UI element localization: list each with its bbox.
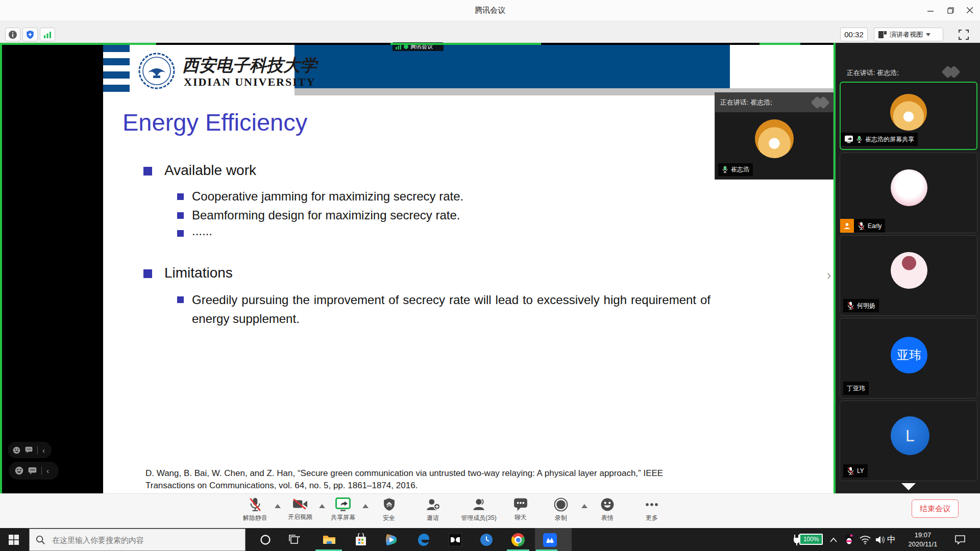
avatar: L (891, 416, 929, 455)
share-screen-button[interactable]: 共享屏幕 (318, 497, 368, 522)
meeting-security-shield-button[interactable] (22, 28, 38, 41)
participant-name: 何明扬 (857, 302, 875, 310)
wifi-tray-icon[interactable] (857, 532, 873, 547)
taskbar-search[interactable] (29, 529, 246, 551)
security-button[interactable]: 安全 (364, 497, 413, 522)
active-speaker-overlay[interactable]: 正在讲话: 崔志浩; 崔志浩 (715, 92, 834, 180)
close-button[interactable] (962, 4, 978, 16)
share-border-top (390, 43, 541, 45)
cortana-icon (260, 534, 271, 545)
file-explorer-button[interactable] (322, 532, 337, 547)
store-button[interactable] (353, 532, 369, 547)
minimize-button[interactable] (922, 4, 939, 16)
invite-button[interactable]: 邀请 (408, 497, 457, 522)
ime-indicator[interactable]: 中 (887, 534, 896, 545)
reaction-mini-toolbar[interactable]: ‹ (8, 442, 52, 458)
slide-heading-limitations: Limitations (164, 265, 233, 281)
overlay-header[interactable]: 正在讲话: 崔志浩; (715, 93, 833, 112)
restore-icon (947, 7, 954, 14)
sidebar-collapse-button[interactable]: › (823, 266, 835, 284)
participant-tile[interactable]: 亚玮 丁亚玮 (840, 318, 977, 398)
tencent-video-icon (384, 533, 399, 546)
battery-indicator[interactable]: 100% (799, 534, 823, 545)
minimize-icon (927, 7, 934, 13)
battery-percent: 100% (803, 536, 819, 543)
fullscreen-icon (958, 29, 970, 41)
participant-name-badge: LY (843, 464, 868, 478)
start-button[interactable] (6, 532, 21, 547)
chat-bubble-icon (513, 497, 528, 511)
task-view-button[interactable] (287, 532, 302, 547)
alarms-clock-button[interactable] (479, 532, 494, 547)
scroll-participants-down-button[interactable] (901, 483, 916, 490)
view-mode-button[interactable]: 演讲者视图 (874, 28, 943, 41)
chevron-down-icon (926, 33, 930, 36)
screen-share-icon (335, 497, 351, 511)
edge-button[interactable] (416, 532, 431, 547)
participant-tile[interactable]: L LY (840, 400, 977, 481)
emoji-icon (13, 446, 20, 454)
meeting-timer: 00:32 (840, 28, 868, 41)
dolby-access-button[interactable] (448, 532, 463, 547)
unmute-button[interactable]: 解除静音 (231, 497, 280, 522)
meeting-info-button[interactable] (5, 28, 20, 41)
fullscreen-button[interactable] (958, 29, 970, 41)
signal-bars-icon (43, 31, 52, 39)
avatar (755, 119, 794, 158)
chrome-button[interactable] (510, 532, 526, 547)
slide-reference: D. Wang, B. Bai, W. Chen, and Z. Han, “S… (145, 467, 708, 492)
tencent-video-button[interactable] (384, 532, 399, 547)
more-dots-icon (644, 497, 659, 512)
participant-tile[interactable]: 何明扬 (840, 235, 977, 316)
avatar (891, 252, 927, 289)
cortana-button[interactable] (258, 532, 273, 547)
end-meeting-button[interactable]: 结束会议 (912, 499, 959, 518)
slide-item: Greedily pursuing the improvement of sec… (192, 290, 710, 328)
slide-item: Cooperative jamming for maximizing secre… (192, 189, 463, 204)
action-center-button[interactable] (952, 532, 968, 547)
overlay-name-badge: 崔志浩 (718, 163, 753, 176)
slide-banner (295, 45, 730, 88)
bullet-square (143, 269, 152, 278)
mic-muted-icon (857, 222, 865, 230)
reaction-mini-toolbar[interactable]: ‹ (9, 462, 59, 480)
start-video-button[interactable]: 开启视频 (276, 497, 325, 521)
bullet-square (143, 167, 152, 176)
record-button[interactable]: 录制 (536, 497, 585, 522)
participant-name: LY (857, 467, 864, 474)
task-view-icon (289, 535, 300, 545)
participant-name-badge: 何明扬 (843, 299, 879, 312)
tray-expand-button[interactable] (826, 532, 841, 547)
emoji-button[interactable]: 表情 (583, 497, 632, 522)
shield-plus-icon (26, 30, 35, 39)
qq-tray-icon[interactable] (841, 532, 856, 547)
participant-tile[interactable]: Early (840, 153, 977, 233)
taskbar-clock[interactable]: 19:07 2020/11/1 (905, 531, 941, 549)
participant-name-badge: Early (854, 219, 885, 233)
chrome-icon (511, 533, 525, 546)
collapse-left-icon: ‹ (42, 446, 45, 455)
mic-muted-icon (847, 467, 854, 475)
invite-person-icon (426, 497, 440, 512)
bullet-square (177, 296, 184, 303)
restore-button[interactable] (942, 4, 959, 16)
speaker-view-icon (878, 31, 887, 38)
participant-tile-screenshare[interactable]: 崔志浩的屏幕共享 (840, 82, 977, 150)
bullet-square (177, 230, 184, 237)
share-border-top (760, 43, 800, 45)
university-name-cn: 西安电子科技大学 (182, 54, 335, 77)
avatar: 亚玮 (891, 337, 927, 373)
more-button[interactable]: 更多 (627, 497, 676, 522)
slide-title: Energy Efficiency (122, 108, 307, 136)
tencent-meeting-button[interactable] (542, 532, 557, 547)
mic-muted-icon (249, 497, 262, 512)
participant-name-badge: 丁亚玮 (843, 382, 869, 395)
clock-icon (480, 533, 493, 546)
meeting-topbar (0, 20, 980, 43)
mic-on-icon (722, 166, 728, 173)
mic-on-icon (856, 136, 863, 143)
volume-tray-icon[interactable] (873, 532, 888, 547)
app-window: 腾讯会议 00:32 演讲者视图 (0, 0, 980, 551)
search-input[interactable] (51, 535, 225, 545)
network-signal-button[interactable] (40, 28, 55, 41)
